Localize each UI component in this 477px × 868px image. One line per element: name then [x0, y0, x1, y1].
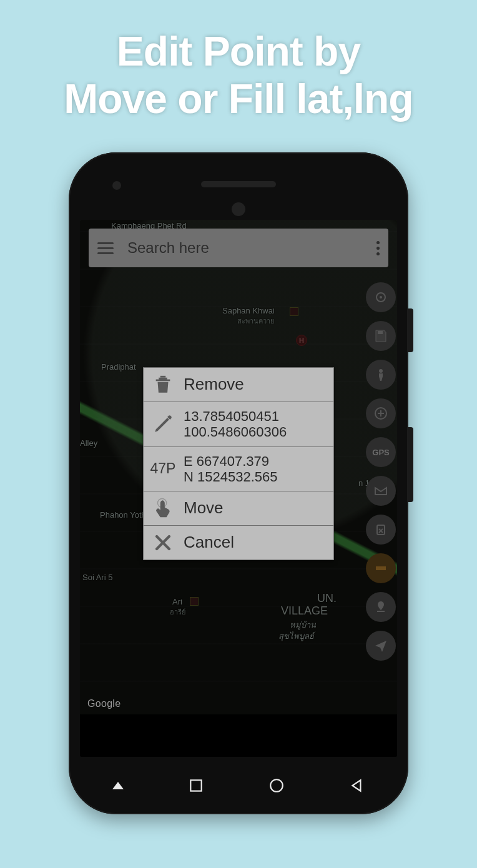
nav-back-icon[interactable] [349, 777, 365, 794]
map-label-ari5: Soi Ari 5 [82, 573, 112, 582]
map-side-buttons: GPS [366, 282, 397, 661]
close-icon [150, 532, 176, 553]
pin-button[interactable] [366, 592, 396, 622]
save-icon [373, 328, 388, 343]
trash-x-icon [373, 522, 388, 537]
ruler-icon [373, 561, 388, 576]
map-label-saphan: Saphan Khwai [222, 306, 275, 315]
svg-rect-10 [190, 780, 201, 791]
nav-home-icon[interactable] [268, 777, 285, 794]
easting-value: E 667407.379 [184, 453, 277, 469]
map-label-un: UN. [317, 592, 337, 605]
search-input[interactable]: Search here [127, 239, 363, 257]
map-bottom-strip [80, 714, 397, 757]
plus-circle-icon [373, 406, 388, 421]
send-icon [373, 638, 388, 653]
utm-option[interactable]: 47P E 667407.379 N 1524532.565 [144, 447, 333, 492]
menu-icon[interactable] [97, 242, 114, 254]
latlng-option[interactable]: 13.7854050451 100.5486060306 [144, 402, 333, 447]
phone-frame: Kamphaeng Phet Rd Saphan Khwai สะพานควาย… [69, 152, 408, 814]
latitude-value: 13.7854050451 [184, 408, 287, 424]
search-bar[interactable]: Search here [89, 229, 388, 267]
locate-button[interactable] [366, 282, 396, 312]
speaker-dot [232, 202, 245, 216]
trash-icon [150, 374, 176, 395]
earpiece [201, 181, 276, 187]
android-nav-bar [80, 767, 397, 804]
nav-up-icon[interactable] [112, 782, 124, 789]
utm-zone-label: 47P [150, 461, 176, 476]
nav-recent-icon[interactable] [188, 777, 204, 794]
svg-point-11 [270, 779, 283, 792]
map-label-alley: Alley [80, 438, 97, 448]
map-label-ari: Ari [172, 597, 182, 606]
delete-button[interactable] [366, 515, 396, 545]
map-label-village-th2: สุขไพบูลย์ [278, 629, 314, 643]
promo-headline: Edit Point by Move or Fill lat,lng [0, 28, 477, 123]
remove-label: Remove [184, 375, 244, 394]
cancel-label: Cancel [184, 533, 234, 552]
latlng-values: 13.7854050451 100.5486060306 [184, 408, 287, 440]
hospital-marker-icon: H [296, 335, 307, 346]
edit-point-popup: Remove 13.7854050451 100.5486060306 47P … [143, 367, 334, 560]
svg-rect-6 [376, 566, 386, 570]
gps-label: GPS [372, 448, 389, 457]
google-watermark: Google [87, 698, 120, 709]
map-label-pradiphat: Pradiphat [101, 362, 136, 372]
longitude-value: 100.5486060306 [184, 424, 287, 440]
svg-rect-5 [377, 525, 385, 535]
overflow-icon[interactable] [376, 241, 380, 255]
save-button[interactable] [366, 321, 396, 351]
svg-rect-8 [160, 376, 166, 378]
gps-button[interactable]: GPS [366, 437, 396, 467]
utm-values: E 667407.379 N 1524532.565 [184, 453, 277, 485]
touch-icon [150, 498, 176, 519]
measure-button[interactable] [366, 553, 396, 583]
svg-rect-2 [378, 331, 383, 334]
svg-point-1 [380, 296, 382, 298]
phone-screen: Kamphaeng Phet Rd Saphan Khwai สะพานควาย… [80, 220, 397, 757]
map-label-ari-th: อารีย์ [170, 606, 185, 618]
map-label-saphan-th: สะพานควาย [237, 315, 274, 327]
map-label-village: VILLAGE [281, 604, 328, 618]
pin-drop-icon [373, 599, 388, 614]
move-label: Move [184, 499, 224, 518]
bts-marker-icon [290, 307, 298, 316]
send-button[interactable] [366, 631, 396, 661]
northing-value: N 1524532.565 [184, 469, 277, 485]
pencil-icon [150, 413, 176, 435]
crosshair-icon [373, 290, 388, 305]
add-button[interactable] [366, 398, 396, 428]
svg-point-3 [379, 369, 383, 373]
front-camera [112, 181, 121, 190]
promo-line2: Move or Fill lat,lng [64, 76, 413, 122]
bts-marker-icon [190, 597, 199, 606]
pegman-icon [373, 367, 388, 382]
remove-option[interactable]: Remove [144, 368, 333, 402]
streetview-button[interactable] [366, 360, 396, 390]
cancel-option[interactable]: Cancel [144, 526, 333, 560]
move-option[interactable]: Move [144, 491, 333, 526]
envelope-icon [373, 483, 388, 498]
svg-rect-7 [377, 611, 385, 612]
promo-line1: Edit Point by [117, 28, 360, 74]
layer-button[interactable] [366, 476, 396, 506]
